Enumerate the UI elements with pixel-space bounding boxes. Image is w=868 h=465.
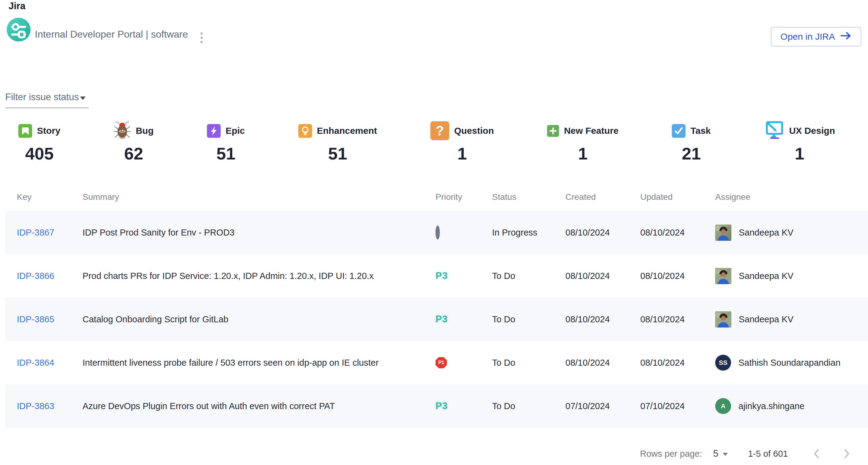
filter-issue-status-label: Filter issue status [5,92,79,103]
issue-updated: 07/10/2024 [640,401,715,411]
priority-p3-icon: P3 [436,314,448,325]
priority-p3-icon: P3 [436,401,448,411]
project-title: Internal Developer Portal | software [35,29,188,40]
avatar [715,311,732,328]
counter-count: 62 [114,143,153,163]
rows-per-page-label: Rows per page: [640,449,702,459]
table-row: IDP-3864 Intermittent liveness probe fai… [5,341,868,384]
avatar [715,225,732,241]
counter-label: Epic [225,126,245,136]
chevron-right-icon [843,448,850,459]
avatar [715,268,732,284]
counter-task: Task 21 [672,120,711,163]
arrow-right-icon [840,31,851,42]
col-header-summary: Summary [83,192,436,202]
counter-question: ? Question 1 [430,120,494,163]
assignee-name: ajinkya.shingane [738,401,804,411]
issue-key-link[interactable]: IDP-3863 [17,401,54,411]
bug-icon: </> [114,121,131,140]
ux-design-icon [764,121,784,141]
svg-text:</>: </> [119,129,126,134]
counter-new-feature: New Feature 1 [547,120,618,163]
caret-down-icon [80,97,86,100]
issue-created: 08/10/2024 [565,228,640,238]
caret-down-icon [723,453,728,456]
question-icon: ? [430,121,449,140]
issue-created: 08/10/2024 [565,358,640,368]
issue-summary: Catalog Onboarding Script for GitLab [83,314,436,325]
counter-story: Story 405 [18,120,61,163]
issue-updated: 08/10/2024 [640,358,715,368]
counter-count: 1 [430,143,494,163]
counter-enhancement: Enhancement 51 [298,120,377,163]
priority-p3-icon: P3 [436,270,448,281]
issue-summary: IDP Post Prod Sanity for Env - PROD3 [83,228,436,238]
rows-per-page-select[interactable]: 5 [713,448,728,459]
counter-count: 21 [672,143,711,163]
issue-key-link[interactable]: IDP-3866 [17,271,54,281]
counter-label: UX Design [789,126,835,136]
enhancement-icon [298,124,312,138]
counter-label: Question [454,126,494,136]
pagination-range: 1-5 of 601 [748,449,788,459]
counter-epic: Epic 51 [207,120,245,163]
counter-label: Enhancement [317,126,377,136]
issue-updated: 08/10/2024 [640,314,715,325]
table-row: IDP-3867 IDP Post Prod Sanity for Env - … [5,211,868,254]
issue-updated: 08/10/2024 [640,271,715,281]
previous-page-button[interactable] [807,444,826,463]
issue-status: To Do [492,401,565,411]
issue-summary: Prod charts PRs for IDP Service: 1.20.x,… [83,271,436,281]
open-in-jira-button[interactable]: Open in JIRA [771,27,861,46]
priority-ring-icon [436,226,440,239]
issue-created: 07/10/2024 [565,401,640,411]
story-icon [18,124,32,138]
issue-key-link[interactable]: IDP-3864 [17,358,54,368]
pagination-bar: Rows per page: 5 1-5 of 601 [640,442,856,465]
avatar: A [715,398,731,414]
issue-status: In Progress [492,228,565,238]
issue-created: 08/10/2024 [565,271,640,281]
assignee-name: Sandeepa KV [739,271,794,281]
col-header-assignee: Assignee [715,192,868,202]
issue-summary: Intermittent liveness probe failure / 50… [83,358,436,368]
counter-count: 51 [207,143,245,163]
issue-status: To Do [492,314,565,325]
epic-icon [207,124,221,138]
project-avatar-sliders-icon [7,18,31,41]
col-header-priority: Priority [436,192,492,202]
next-page-button[interactable] [837,444,856,463]
page-title: Jira [8,1,25,11]
task-icon [672,124,685,138]
issue-created: 08/10/2024 [565,314,640,325]
issue-key-link[interactable]: IDP-3867 [17,228,54,237]
table-row: IDP-3866 Prod charts PRs for IDP Service… [5,254,868,298]
assignee-name: Sathish Soundarapandian [738,358,840,368]
counter-count: 405 [18,143,61,163]
issue-updated: 08/10/2024 [640,228,715,238]
priority-p1-icon: P1 [436,357,447,368]
counter-label: New Feature [564,126,618,136]
table-row: IDP-3865 Catalog Onboarding Script for G… [5,298,868,341]
new-feature-icon [547,125,559,137]
counter-label: Story [37,126,61,136]
counter-count: 1 [764,143,835,163]
kebab-menu-icon[interactable] [199,31,205,45]
col-header-updated: Updated [640,192,715,202]
issue-summary: Azure DevOps Plugin Errors out with Auth… [83,401,436,411]
counter-count: 1 [547,143,618,163]
col-header-key: Key [17,192,83,202]
chevron-left-icon [813,448,820,459]
issue-status: To Do [492,271,565,281]
issue-key-link[interactable]: IDP-3865 [17,314,54,324]
counter-label: Bug [136,126,153,136]
counter-ux-design: UX Design 1 [764,120,835,163]
table-row: IDP-3863 Azure DevOps Plugin Errors out … [5,384,868,428]
table-header-row: Key Summary Priority Status Created Upda… [0,183,868,211]
rows-per-page-value: 5 [713,448,718,459]
assignee-name: Sandeepa KV [739,314,794,325]
col-header-created: Created [565,192,640,202]
issue-type-counters: Story 405 </> Bug [18,120,835,163]
filter-issue-status-select[interactable]: Filter issue status [5,92,89,108]
avatar: SS [715,355,731,371]
